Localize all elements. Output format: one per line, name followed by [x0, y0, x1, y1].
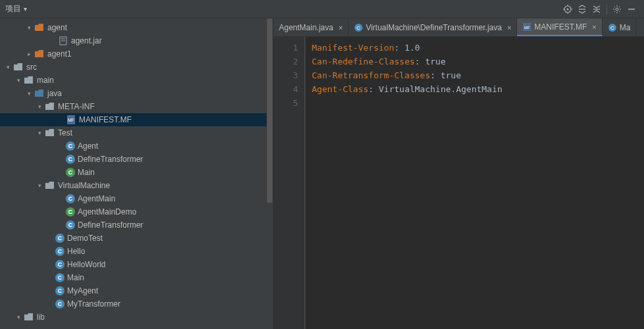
jar-icon: [58, 36, 68, 46]
close-icon[interactable]: ×: [339, 24, 343, 32]
line-number: 5: [274, 96, 298, 110]
tree-folder-main[interactable]: main: [0, 74, 273, 87]
project-dropdown-icon[interactable]: ▾: [24, 5, 27, 13]
close-icon[interactable]: ×: [507, 24, 511, 32]
chevron-down-icon[interactable]: [3, 64, 13, 70]
project-tree: agent agent.jar agent1 src main: [0, 18, 273, 324]
chevron-down-icon[interactable]: [34, 182, 45, 189]
tree-label: src: [26, 63, 37, 72]
chevron-down-icon[interactable]: [24, 90, 34, 97]
class-icon: C: [66, 194, 75, 203]
locate-icon[interactable]: [560, 2, 575, 16]
close-icon[interactable]: ×: [592, 23, 596, 31]
manifest-value: : VirtualMachine.AgentMain: [368, 84, 503, 94]
tree-label: MyTransformer: [67, 299, 120, 309]
tree-label: agent.jar: [71, 36, 102, 45]
tree-class-mytransformer[interactable]: C MyTransformer: [0, 297, 273, 311]
tree-folder-metainf[interactable]: META-INF: [0, 100, 273, 113]
tree-class-agentmaindemo[interactable]: C AgentMainDemo: [0, 205, 273, 218]
manifest-key: Manifest-Version: [312, 43, 394, 53]
package-icon: [45, 101, 55, 112]
tab-manifest[interactable]: MF MANIFEST.MF ×: [517, 18, 602, 36]
tree-class-agentmain[interactable]: C AgentMain: [0, 192, 273, 205]
sidebar-scrollbar[interactable]: [266, 18, 273, 329]
hide-icon[interactable]: [624, 2, 639, 16]
folder-icon: [24, 75, 34, 86]
tree-class-definetransformer[interactable]: C DefineTransformer: [0, 153, 273, 166]
java-class-icon: C: [354, 23, 363, 32]
chevron-down-icon[interactable]: [13, 77, 24, 84]
class-icon: C: [55, 286, 64, 295]
tab-agentmain[interactable]: AgentMain.java ×: [274, 18, 349, 36]
tree-folder-java[interactable]: java: [0, 87, 273, 100]
class-icon: C: [55, 247, 64, 256]
tree-folder-src[interactable]: src: [0, 61, 273, 74]
manifest-file-icon: MF: [66, 114, 76, 125]
line-number: 4: [274, 82, 298, 96]
svg-text:MF: MF: [68, 118, 74, 122]
tree-label: Hello: [67, 247, 85, 256]
chevron-right-icon[interactable]: [24, 51, 34, 57]
tree-folder-agent1[interactable]: agent1: [0, 47, 273, 61]
class-icon: C: [55, 260, 64, 269]
chevron-down-icon[interactable]: [34, 130, 45, 136]
tree-class-main[interactable]: C Main: [0, 166, 273, 179]
toolbar-divider: [607, 4, 607, 14]
tree-folder-agent[interactable]: agent: [0, 21, 273, 34]
tree-class-main2[interactable]: C Main: [0, 271, 273, 284]
tree-package-test[interactable]: Test: [0, 126, 273, 139]
folder-icon: [13, 62, 24, 72]
folder-icon: [24, 312, 34, 322]
tree-package-virtualmachine[interactable]: VirtualMachine: [0, 179, 273, 192]
tree-class-demotest[interactable]: C DemoTest: [0, 232, 273, 245]
tab-label: AgentMain.java: [279, 23, 334, 32]
tab-definetransformer[interactable]: C VirtualMachine\DefineTransformer.java …: [349, 18, 517, 36]
chevron-down-icon[interactable]: [34, 103, 45, 110]
tree-label: DemoTest: [67, 234, 103, 243]
runnable-class-icon: C: [66, 168, 75, 177]
tree-label: Test: [58, 128, 72, 138]
tree-class-myagent[interactable]: C MyAgent: [0, 284, 273, 297]
expand-all-icon[interactable]: [575, 2, 589, 16]
tree-label: agent: [47, 23, 67, 32]
tree-label: Main: [67, 273, 84, 282]
tree-label: DefineTransformer: [78, 155, 143, 164]
tree-file-manifest[interactable]: MF MANIFEST.MF: [0, 113, 273, 126]
manifest-key: Can-Redefine-Classes: [312, 57, 415, 66]
project-sidebar: agent agent.jar agent1 src main: [0, 18, 274, 329]
source-folder-icon: [34, 88, 45, 99]
line-gutter: 1 2 3 4 5: [274, 37, 305, 329]
tree-label: DefineTransformer: [78, 220, 143, 230]
folder-icon: [34, 22, 45, 33]
folder-icon: [34, 49, 45, 59]
tree-file-agent-jar[interactable]: agent.jar: [0, 34, 273, 47]
tab-partial[interactable]: C Ma: [603, 18, 637, 36]
manifest-value: : true: [415, 57, 446, 66]
tree-folder-lib[interactable]: lib: [0, 311, 273, 324]
tree-class-hello[interactable]: C Hello: [0, 245, 273, 258]
tab-label: VirtualMachine\DefineTransformer.java: [366, 23, 502, 32]
scrollbar-thumb[interactable]: [267, 18, 272, 203]
collapse-all-icon[interactable]: [589, 2, 604, 16]
settings-icon[interactable]: [610, 2, 624, 16]
chevron-down-icon[interactable]: [13, 314, 24, 320]
line-number: 3: [274, 68, 298, 82]
project-toolbar: 项目 ▾: [0, 0, 644, 18]
chevron-down-icon[interactable]: [24, 24, 34, 31]
tree-class-definetransformer2[interactable]: C DefineTransformer: [0, 218, 273, 232]
manifest-value: : 1.0: [394, 43, 420, 53]
class-icon: C: [55, 299, 64, 309]
tree-label: lib: [37, 313, 45, 322]
svg-text:MF: MF: [524, 26, 530, 30]
tree-label: AgentMain: [78, 194, 115, 203]
tree-class-agent[interactable]: C Agent: [0, 139, 273, 153]
class-icon: C: [66, 155, 75, 164]
manifest-value: : true: [430, 70, 461, 80]
code-area[interactable]: Manifest-Version: 1.0 Can-Redefine-Class…: [305, 37, 644, 329]
line-number: 1: [274, 41, 298, 55]
runnable-class-icon: C: [66, 207, 75, 216]
tree-label: VirtualMachine: [58, 181, 110, 190]
tree-class-helloworld[interactable]: C HelloWorld: [0, 258, 273, 271]
tree-label: META-INF: [58, 102, 95, 111]
java-class-icon: C: [608, 23, 617, 32]
